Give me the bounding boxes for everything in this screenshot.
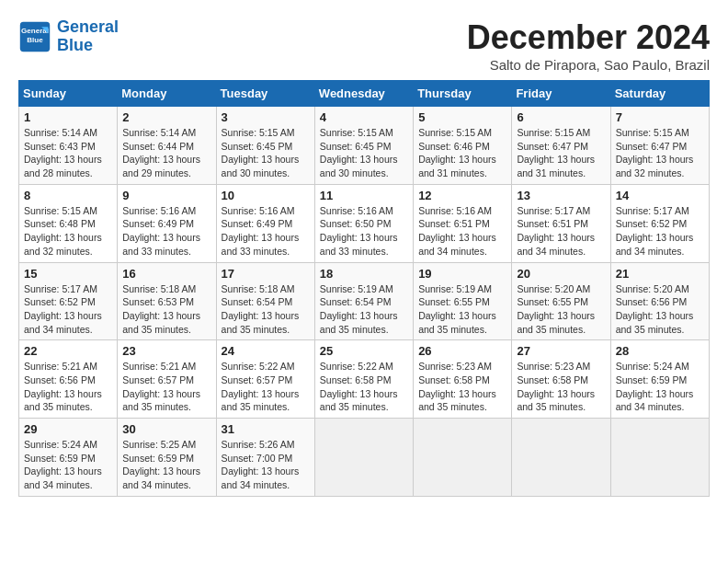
day-number: 16 <box>122 267 210 281</box>
calendar-cell: 24Sunrise: 5:22 AM Sunset: 6:57 PM Dayli… <box>216 340 314 419</box>
calendar-cell: 9Sunrise: 5:16 AM Sunset: 6:49 PM Daylig… <box>118 184 216 262</box>
day-number: 28 <box>616 344 704 358</box>
calendar-cell: 11Sunrise: 5:16 AM Sunset: 6:50 PM Dayli… <box>314 184 413 262</box>
calendar-cell: 16Sunrise: 5:18 AM Sunset: 6:53 PM Dayli… <box>118 262 216 340</box>
day-info: Sunrise: 5:16 AM Sunset: 6:51 PM Dayligh… <box>418 204 506 259</box>
calendar-cell <box>512 419 610 497</box>
day-number: 22 <box>24 344 112 358</box>
day-info: Sunrise: 5:15 AM Sunset: 6:47 PM Dayligh… <box>616 126 704 180</box>
day-number: 19 <box>418 267 506 281</box>
calendar-cell: 18Sunrise: 5:19 AM Sunset: 6:54 PM Dayli… <box>314 262 413 340</box>
day-number: 10 <box>222 189 310 202</box>
day-number: 27 <box>517 344 605 358</box>
day-number: 8 <box>24 189 112 202</box>
day-number: 1 <box>24 110 112 124</box>
logo-icon: General Blue <box>18 20 51 53</box>
day-number: 2 <box>122 110 210 124</box>
day-number: 12 <box>418 189 506 202</box>
calendar-cell: 20Sunrise: 5:20 AM Sunset: 6:55 PM Dayli… <box>512 262 610 340</box>
day-info: Sunrise: 5:23 AM Sunset: 6:58 PM Dayligh… <box>517 360 605 414</box>
day-number: 3 <box>222 110 310 124</box>
day-number: 9 <box>122 189 210 202</box>
calendar-week-row: 15Sunrise: 5:17 AM Sunset: 6:52 PM Dayli… <box>19 262 710 340</box>
calendar-cell: 8Sunrise: 5:15 AM Sunset: 6:48 PM Daylig… <box>19 184 118 262</box>
day-number: 17 <box>222 267 310 281</box>
dow-cell: Friday <box>512 81 610 107</box>
day-info: Sunrise: 5:22 AM Sunset: 6:57 PM Dayligh… <box>222 360 310 414</box>
day-info: Sunrise: 5:17 AM Sunset: 6:51 PM Dayligh… <box>517 204 605 259</box>
calendar-cell: 4Sunrise: 5:15 AM Sunset: 6:45 PM Daylig… <box>314 107 413 185</box>
calendar-cell: 15Sunrise: 5:17 AM Sunset: 6:52 PM Dayli… <box>19 262 118 340</box>
day-number: 14 <box>616 189 704 202</box>
day-number: 21 <box>616 267 704 281</box>
day-info: Sunrise: 5:15 AM Sunset: 6:45 PM Dayligh… <box>222 126 310 180</box>
day-info: Sunrise: 5:17 AM Sunset: 6:52 PM Dayligh… <box>616 204 704 259</box>
calendar-cell: 3Sunrise: 5:15 AM Sunset: 6:45 PM Daylig… <box>216 107 314 185</box>
dow-cell: Monday <box>118 81 216 107</box>
calendar-cell: 19Sunrise: 5:19 AM Sunset: 6:55 PM Dayli… <box>414 262 512 340</box>
day-info: Sunrise: 5:15 AM Sunset: 6:45 PM Dayligh… <box>320 126 408 180</box>
day-info: Sunrise: 5:19 AM Sunset: 6:55 PM Dayligh… <box>418 282 506 337</box>
day-info: Sunrise: 5:24 AM Sunset: 6:59 PM Dayligh… <box>616 360 704 414</box>
day-info: Sunrise: 5:16 AM Sunset: 6:49 PM Dayligh… <box>122 204 210 259</box>
dow-cell: Wednesday <box>314 81 413 107</box>
calendar-cell: 10Sunrise: 5:16 AM Sunset: 6:49 PM Dayli… <box>216 184 314 262</box>
calendar-cell: 28Sunrise: 5:24 AM Sunset: 6:59 PM Dayli… <box>610 340 709 419</box>
day-number: 6 <box>517 110 605 124</box>
calendar-body: 1Sunrise: 5:14 AM Sunset: 6:43 PM Daylig… <box>19 107 710 497</box>
day-number: 30 <box>122 422 210 436</box>
day-info: Sunrise: 5:25 AM Sunset: 6:59 PM Dayligh… <box>122 438 210 492</box>
day-info: Sunrise: 5:15 AM Sunset: 6:46 PM Dayligh… <box>418 126 506 180</box>
day-info: Sunrise: 5:21 AM Sunset: 6:56 PM Dayligh… <box>24 360 112 414</box>
day-info: Sunrise: 5:18 AM Sunset: 6:54 PM Dayligh… <box>222 282 310 337</box>
day-info: Sunrise: 5:15 AM Sunset: 6:47 PM Dayligh… <box>517 126 605 180</box>
calendar-week-row: 1Sunrise: 5:14 AM Sunset: 6:43 PM Daylig… <box>19 107 710 185</box>
calendar-cell <box>314 419 413 497</box>
day-number: 15 <box>24 267 112 281</box>
calendar-table: SundayMondayTuesdayWednesdayThursdayFrid… <box>18 80 710 497</box>
day-info: Sunrise: 5:20 AM Sunset: 6:55 PM Dayligh… <box>517 282 605 337</box>
day-info: Sunrise: 5:19 AM Sunset: 6:54 PM Dayligh… <box>320 282 408 337</box>
calendar-week-row: 29Sunrise: 5:24 AM Sunset: 6:59 PM Dayli… <box>19 419 710 497</box>
calendar-cell: 26Sunrise: 5:23 AM Sunset: 6:58 PM Dayli… <box>414 340 512 419</box>
day-info: Sunrise: 5:15 AM Sunset: 6:48 PM Dayligh… <box>24 204 112 259</box>
calendar-cell: 22Sunrise: 5:21 AM Sunset: 6:56 PM Dayli… <box>19 340 118 419</box>
day-number: 11 <box>320 189 408 202</box>
calendar-cell: 13Sunrise: 5:17 AM Sunset: 6:51 PM Dayli… <box>512 184 610 262</box>
day-number: 31 <box>222 422 310 436</box>
calendar-cell: 17Sunrise: 5:18 AM Sunset: 6:54 PM Dayli… <box>216 262 314 340</box>
day-info: Sunrise: 5:14 AM Sunset: 6:43 PM Dayligh… <box>24 126 112 180</box>
day-number: 23 <box>122 344 210 358</box>
day-number: 18 <box>320 267 408 281</box>
day-number: 29 <box>24 422 112 436</box>
day-info: Sunrise: 5:18 AM Sunset: 6:53 PM Dayligh… <box>122 282 210 337</box>
day-number: 20 <box>517 267 605 281</box>
calendar-title: December 2024 <box>467 18 710 57</box>
calendar-cell: 2Sunrise: 5:14 AM Sunset: 6:44 PM Daylig… <box>118 107 216 185</box>
day-info: Sunrise: 5:20 AM Sunset: 6:56 PM Dayligh… <box>616 282 704 337</box>
dow-cell: Sunday <box>19 81 118 107</box>
calendar-cell: 23Sunrise: 5:21 AM Sunset: 6:57 PM Dayli… <box>118 340 216 419</box>
day-number: 24 <box>222 344 310 358</box>
calendar-cell: 25Sunrise: 5:22 AM Sunset: 6:58 PM Dayli… <box>314 340 413 419</box>
day-number: 5 <box>418 110 506 124</box>
calendar-week-row: 22Sunrise: 5:21 AM Sunset: 6:56 PM Dayli… <box>19 340 710 419</box>
logo: General Blue General Blue <box>18 18 119 55</box>
header: General Blue General Blue December 2024 … <box>18 18 710 73</box>
calendar-cell: 21Sunrise: 5:20 AM Sunset: 6:56 PM Dayli… <box>610 262 709 340</box>
day-info: Sunrise: 5:16 AM Sunset: 6:50 PM Dayligh… <box>320 204 408 259</box>
day-info: Sunrise: 5:16 AM Sunset: 6:49 PM Dayligh… <box>222 204 310 259</box>
day-info: Sunrise: 5:23 AM Sunset: 6:58 PM Dayligh… <box>418 360 506 414</box>
day-info: Sunrise: 5:14 AM Sunset: 6:44 PM Dayligh… <box>122 126 210 180</box>
calendar-cell: 1Sunrise: 5:14 AM Sunset: 6:43 PM Daylig… <box>19 107 118 185</box>
calendar-cell: 5Sunrise: 5:15 AM Sunset: 6:46 PM Daylig… <box>414 107 512 185</box>
calendar-cell <box>610 419 709 497</box>
calendar-cell: 14Sunrise: 5:17 AM Sunset: 6:52 PM Dayli… <box>610 184 709 262</box>
calendar-cell: 27Sunrise: 5:23 AM Sunset: 6:58 PM Dayli… <box>512 340 610 419</box>
day-info: Sunrise: 5:22 AM Sunset: 6:58 PM Dayligh… <box>320 360 408 414</box>
calendar-cell: 7Sunrise: 5:15 AM Sunset: 6:47 PM Daylig… <box>610 107 709 185</box>
calendar-cell: 29Sunrise: 5:24 AM Sunset: 6:59 PM Dayli… <box>19 419 118 497</box>
svg-text:Blue: Blue <box>27 36 43 44</box>
calendar-cell: 6Sunrise: 5:15 AM Sunset: 6:47 PM Daylig… <box>512 107 610 185</box>
day-number: 4 <box>320 110 408 124</box>
